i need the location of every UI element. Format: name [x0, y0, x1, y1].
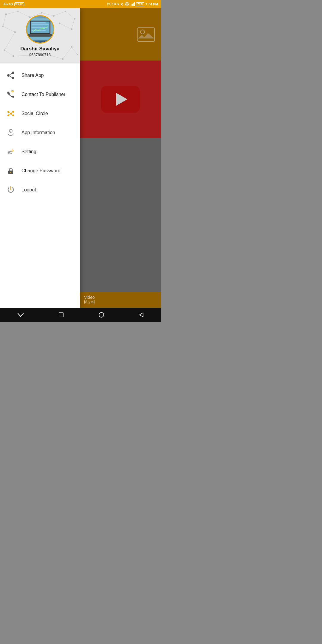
svg-rect-48 [28, 34, 52, 35]
social-icon [6, 109, 16, 118]
menu-item-contact-publisher[interactable]: Contact To Publisher [0, 85, 80, 104]
chevron-down-icon [17, 312, 24, 318]
nav-recent-button[interactable] [52, 310, 70, 320]
svg-line-54 [10, 76, 12, 78]
main-container: Darshit Savaliya 9687890713 Share App [0, 8, 161, 308]
menu-label-change-password: Change Password [21, 168, 61, 174]
svg-rect-42 [31, 22, 46, 23]
svg-point-67 [10, 152, 11, 153]
svg-line-62 [9, 114, 10, 115]
battery-value: 71 [137, 3, 140, 6]
svg-point-69 [12, 150, 13, 151]
svg-rect-45 [31, 27, 47, 28]
svg-point-58 [7, 114, 9, 116]
lock-icon [6, 166, 16, 176]
nav-back-button[interactable] [133, 310, 150, 320]
menu-item-setting[interactable]: Setting [0, 142, 80, 161]
profile-phone: 9687890713 [29, 52, 51, 57]
speed-label: 21.3 K/s [107, 2, 120, 6]
svg-rect-43 [31, 24, 48, 25]
menu-label-share-app: Share App [21, 73, 44, 78]
back-icon [139, 312, 144, 318]
carrier-label: Jio 4G [3, 2, 13, 6]
svg-rect-75 [59, 313, 63, 317]
svg-point-57 [12, 111, 14, 113]
nav-home-button[interactable] [92, 309, 110, 320]
svg-line-60 [9, 112, 10, 113]
laptop-image [27, 18, 53, 41]
avatar [26, 15, 54, 44]
svg-line-53 [10, 73, 12, 75]
battery-label: 71% [136, 2, 144, 6]
menu-label-logout: Logout [21, 187, 36, 193]
avatar-image [27, 16, 53, 43]
menu-item-social-circle[interactable]: Social Circle [0, 104, 80, 123]
recent-apps-icon [58, 312, 64, 318]
menu-label-setting: Setting [21, 149, 36, 154]
svg-line-63 [11, 114, 12, 115]
time-label: 1:04 PM [145, 2, 158, 6]
svg-point-56 [7, 111, 9, 113]
status-left: Jio 4G VoLTE [3, 2, 24, 6]
svg-text:i: i [10, 130, 11, 133]
navigation-drawer: Darshit Savaliya 9687890713 Share App [0, 8, 80, 308]
svg-point-59 [12, 114, 14, 116]
svg-rect-2 [132, 4, 133, 6]
svg-line-61 [11, 112, 12, 113]
logout-icon [6, 185, 16, 195]
menu-item-change-password[interactable]: Change Password [0, 161, 80, 180]
svg-rect-0 [131, 5, 131, 6]
menu-label-social-circle: Social Circle [21, 111, 48, 116]
svg-rect-49 [27, 35, 53, 36]
phone-icon [6, 90, 16, 99]
settings-icon [6, 147, 16, 157]
nav-down-button[interactable] [11, 310, 30, 320]
svg-rect-44 [31, 26, 43, 26]
svg-rect-4 [134, 2, 135, 6]
svg-point-52 [12, 77, 14, 79]
volte-badge: VoLTE [14, 2, 24, 6]
menu-item-logout[interactable]: Logout [0, 180, 80, 199]
svg-point-51 [7, 74, 10, 77]
info-icon: i [6, 128, 16, 137]
profile-name: Darshit Savaliya [20, 46, 59, 52]
share-icon [6, 71, 16, 80]
bluetooth-icon [120, 2, 123, 6]
drawer-overlay[interactable] [80, 8, 161, 308]
status-bar: Jio 4G VoLTE 21.3 K/s 71% 1:04 PM [0, 0, 161, 8]
wifi-icon [125, 2, 129, 6]
home-icon [98, 312, 104, 318]
profile-header: Darshit Savaliya 9687890713 [0, 8, 80, 64]
menu-list: Share App Contact To Publisher [0, 64, 80, 308]
svg-point-50 [12, 72, 14, 74]
menu-item-app-information[interactable]: i App Information [0, 123, 80, 142]
svg-rect-1 [131, 4, 132, 6]
bottom-navigation [0, 308, 161, 322]
svg-marker-77 [140, 313, 143, 317]
menu-label-contact-publisher: Contact To Publisher [21, 92, 65, 97]
status-right: 21.3 K/s 71% 1:04 PM [107, 2, 158, 6]
svg-point-71 [10, 172, 11, 173]
menu-item-share-app[interactable]: Share App [0, 66, 80, 85]
svg-rect-3 [133, 3, 134, 6]
svg-point-76 [99, 312, 104, 317]
menu-label-app-information: App Information [21, 130, 55, 135]
signal-icon [131, 2, 135, 6]
